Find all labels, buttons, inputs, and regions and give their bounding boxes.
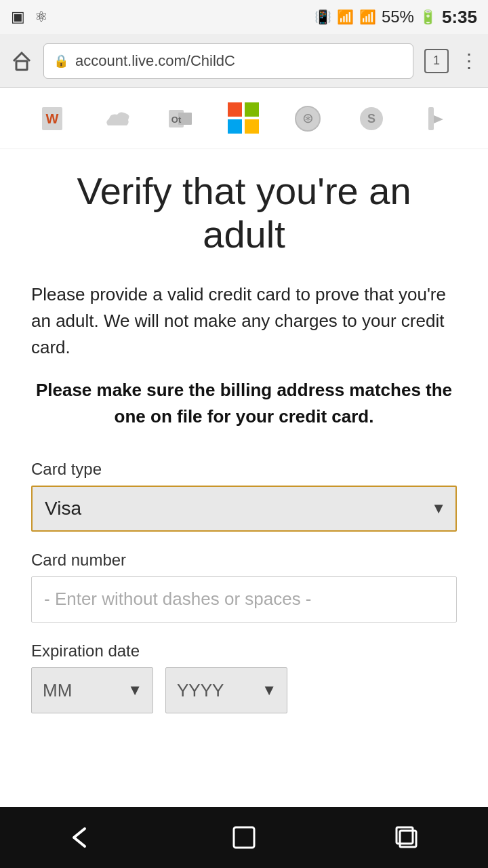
wifi-icon: 📶 bbox=[337, 9, 354, 25]
game-icon: ▣ bbox=[11, 8, 25, 26]
battery-icon: 🔋 bbox=[420, 9, 436, 25]
description-text: Please provide a valid credit card to pr… bbox=[31, 281, 457, 361]
svg-rect-12 bbox=[234, 827, 254, 848]
url-text: account.live.com/ChildC bbox=[75, 52, 403, 70]
status-bar-left: ▣ ⚛ bbox=[11, 8, 48, 26]
skype-icon[interactable]: S bbox=[354, 102, 388, 136]
bing-icon[interactable] bbox=[419, 102, 453, 136]
browser-home-button[interactable] bbox=[7, 46, 37, 76]
svg-text:S: S bbox=[367, 112, 375, 125]
main-content: Verify that you're an adult Please provi… bbox=[0, 149, 488, 807]
status-bar-right: 📳 📶 📶 55% 🔋 5:35 bbox=[314, 7, 477, 28]
vibration-icon: 📳 bbox=[314, 9, 331, 25]
svg-rect-11 bbox=[428, 107, 434, 130]
svg-text:⊛: ⊛ bbox=[302, 111, 313, 125]
card-type-select[interactable]: Visa Mastercard American Express Discove… bbox=[31, 486, 457, 532]
bottom-nav bbox=[0, 807, 488, 868]
svg-text:W: W bbox=[46, 111, 59, 126]
card-type-wrapper: Visa Mastercard American Express Discove… bbox=[31, 486, 457, 532]
card-type-label: Card type bbox=[31, 460, 457, 479]
browser-menu-button[interactable]: ⋮ bbox=[455, 50, 481, 72]
outlook-icon[interactable]: Ot bbox=[163, 102, 197, 136]
office-icon[interactable]: W bbox=[35, 102, 69, 136]
ms-icon-bar: W Ot ⊛ S bbox=[0, 88, 488, 149]
billing-notice: Please make sure the billing address mat… bbox=[31, 377, 457, 430]
signal-icon: 📶 bbox=[359, 9, 376, 25]
svg-rect-0 bbox=[16, 61, 27, 70]
home-button[interactable] bbox=[217, 817, 271, 858]
expiry-year-select[interactable]: YYYY 202420252026 2027202820292030 bbox=[165, 667, 287, 713]
xbox-icon[interactable]: ⊛ bbox=[291, 102, 325, 136]
tab-count-badge[interactable]: 1 bbox=[424, 49, 449, 73]
browser-bar: 🔒 account.live.com/ChildC 1 ⋮ bbox=[0, 34, 488, 88]
credit-card-form: Card type Visa Mastercard American Expre… bbox=[31, 460, 457, 713]
card-number-label: Card number bbox=[31, 551, 457, 570]
status-bar: ▣ ⚛ 📳 📶 📶 55% 🔋 5:35 bbox=[0, 0, 488, 34]
battery-percent: 55% bbox=[382, 7, 414, 26]
page-title: Verify that you're an adult bbox=[31, 170, 457, 257]
voicemail-icon: ⚛ bbox=[35, 8, 48, 26]
onedrive-icon[interactable] bbox=[100, 102, 134, 136]
card-number-input[interactable] bbox=[31, 576, 457, 623]
tab-count-number: 1 bbox=[433, 54, 440, 68]
expiry-month-select[interactable]: MM 010203 040506 070809 101112 bbox=[31, 667, 153, 713]
month-wrapper: MM 010203 040506 070809 101112 ▼ bbox=[31, 667, 153, 713]
microsoft-logo[interactable] bbox=[228, 102, 260, 135]
clock: 5:35 bbox=[442, 7, 477, 28]
overview-button[interactable] bbox=[380, 817, 434, 858]
lock-icon: 🔒 bbox=[54, 54, 68, 68]
expiry-row: MM 010203 040506 070809 101112 ▼ YYYY 20… bbox=[31, 667, 457, 713]
expiration-label: Expiration date bbox=[31, 642, 457, 660]
address-bar[interactable]: 🔒 account.live.com/ChildC bbox=[43, 43, 413, 79]
back-button[interactable] bbox=[54, 817, 108, 858]
year-wrapper: YYYY 202420252026 2027202820292030 ▼ bbox=[165, 667, 287, 713]
svg-text:Ot: Ot bbox=[171, 115, 182, 125]
